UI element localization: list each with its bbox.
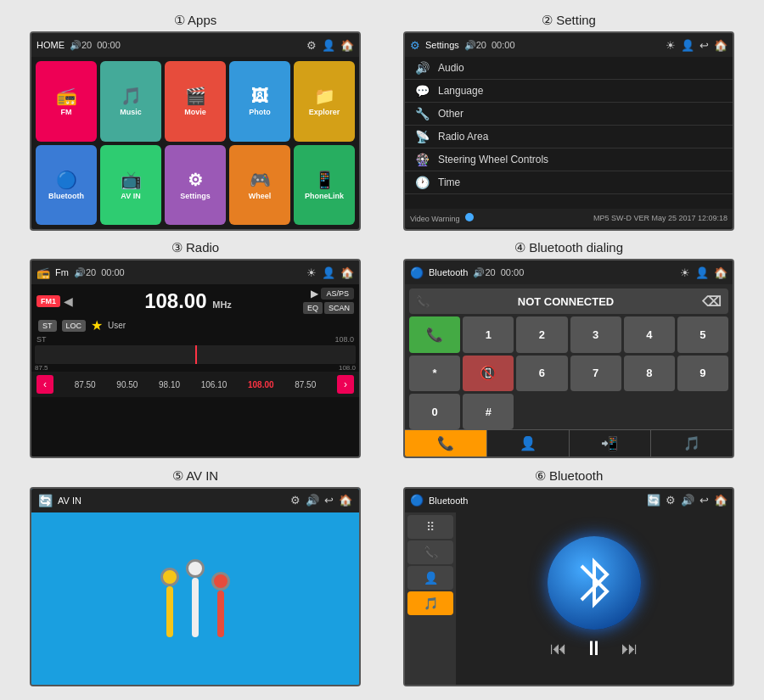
- app-phonelink[interactable]: 📱 PhoneLink: [294, 145, 355, 226]
- radio-st-loc-row: ST LOC ★ User: [31, 317, 359, 333]
- radio-preset-2[interactable]: 90.50: [116, 380, 138, 389]
- bt-display: 📞 NOT CONNECTED ⌫: [409, 288, 728, 314]
- bt-pause-btn[interactable]: ⏸: [584, 636, 604, 660]
- app-bluetooth[interactable]: 🔵 Bluetooth: [36, 145, 97, 226]
- other-icon: 🔧: [415, 107, 430, 120]
- bt-music-sidebar-music[interactable]: 🎵: [407, 591, 453, 615]
- avin-header: 🔄 AV IN ⚙ 🔊 ↩ 🏠: [31, 489, 359, 512]
- bt-key-2[interactable]: 2: [516, 316, 567, 352]
- app-wheel-label: Wheel: [249, 192, 272, 200]
- radio-loc-btn[interactable]: LOC: [62, 320, 87, 332]
- settings-item-steering[interactable]: 🎡 Steering Wheel Controls: [405, 148, 733, 171]
- radio-preset-4[interactable]: 106.10: [201, 380, 228, 389]
- app-explorer[interactable]: 📁 Explorer: [294, 61, 355, 142]
- radio-eq-btn[interactable]: EQ: [303, 302, 323, 314]
- bt-key-8[interactable]: 8: [624, 356, 675, 391]
- bt-key-star[interactable]: *: [409, 356, 460, 391]
- bt-call-btn[interactable]: 📞: [409, 316, 460, 352]
- rca-head-yellow: [160, 568, 179, 586]
- avin-header-label: AV IN: [58, 496, 81, 506]
- bt-delete-btn[interactable]: ⌫: [702, 294, 722, 310]
- explorer-icon: 📁: [314, 86, 335, 106]
- app-avin[interactable]: 📺 AV IN: [100, 145, 161, 226]
- radio-prev-preset-btn[interactable]: ‹: [37, 375, 53, 394]
- panel-bt-dial-title: ④ Bluetooth dialing: [514, 240, 623, 255]
- radio-preset-3[interactable]: 98.10: [159, 380, 180, 389]
- bt-music-sidebar-contact[interactable]: 👤: [407, 566, 453, 590]
- steering-icon: 🎡: [415, 153, 430, 166]
- radio-preset-1[interactable]: 87.50: [75, 380, 96, 389]
- settings-item-radio-area[interactable]: 📡 Radio Area: [405, 126, 733, 148]
- bt-key-3[interactable]: 3: [570, 316, 621, 352]
- app-movie[interactable]: 🎬 Movie: [165, 61, 226, 142]
- avin-back-icon: ↩: [324, 494, 334, 507]
- settings-other-label: Other: [438, 108, 463, 120]
- bt-music-controls: ⏮ ⏸ ⏭: [550, 636, 638, 660]
- radio-play-icon: ▶: [311, 288, 318, 300]
- radio-prev-btn[interactable]: ◀: [64, 294, 73, 308]
- bt-music-sidebar-call[interactable]: 📞: [407, 540, 453, 564]
- app-settings-label: Settings: [180, 192, 211, 200]
- bt-tab-music[interactable]: 🎵: [651, 430, 733, 456]
- settings-language-label: Language: [438, 85, 483, 97]
- settings-item-language[interactable]: 💬 Language: [405, 80, 733, 103]
- app-movie-label: Movie: [184, 108, 206, 116]
- settings-item-audio[interactable]: 🔊 Audio: [405, 57, 733, 80]
- radio-st-btn[interactable]: ST: [38, 320, 57, 332]
- bt-key-6[interactable]: 6: [516, 356, 567, 391]
- apps-header: HOME 🔊20 00:00 ⚙ 👤 🏠: [31, 33, 359, 57]
- radio-preset-5-active[interactable]: 108.00: [248, 380, 274, 389]
- bt-prev-btn[interactable]: ⏮: [550, 639, 567, 658]
- bt-dial-body: 📞 NOT CONNECTED ⌫ 📞 1 2 3 4 5 * 📵 6 7 8: [405, 284, 733, 456]
- radio-freq-unit: MHz: [212, 300, 232, 310]
- radio-scan-btn[interactable]: SCAN: [324, 302, 354, 314]
- settings-item-other[interactable]: 🔧 Other: [405, 103, 733, 126]
- panel-settings-title: ② Setting: [542, 13, 596, 28]
- radio-fm1-btn[interactable]: FM1: [37, 295, 60, 307]
- app-settings[interactable]: ⚙ Settings: [165, 145, 226, 226]
- rca-cable-yellow: [166, 586, 173, 637]
- bt-music-sidebar-grid[interactable]: ⠿: [407, 515, 453, 539]
- bt-dial-person-icon: 👤: [695, 266, 709, 279]
- bt-next-btn[interactable]: ⏭: [621, 639, 638, 658]
- settings-time-label: Time: [438, 176, 460, 188]
- radio-freq-display: 108.00 MHz: [76, 289, 300, 313]
- radio-user-label: User: [108, 321, 126, 330]
- radio-bar-area: [35, 345, 356, 364]
- settings-item-time[interactable]: 🕐 Time: [405, 171, 733, 194]
- radio-header-vol: 🔊20: [74, 267, 96, 278]
- bt-music-sidebar: ⠿ 📞 👤 🎵: [405, 512, 456, 685]
- bt-key-4[interactable]: 4: [624, 316, 675, 352]
- app-fm[interactable]: 📻 FM: [36, 61, 97, 142]
- panel-avin: ⑤ AV IN 🔄 AV IN ⚙ 🔊 ↩ 🏠: [8, 464, 382, 692]
- bt-key-7[interactable]: 7: [570, 356, 621, 391]
- screen-bt-music: 🔵 Bluetooth 🔄 ⚙ 🔊 ↩ 🏠 ⠿ 📞 👤 🎵: [403, 487, 734, 686]
- bt-tab-contacts[interactable]: 👤: [487, 430, 570, 456]
- app-photo[interactable]: 🖼 Photo: [229, 61, 290, 142]
- radio-eq-scan: EQ SCAN: [303, 302, 354, 314]
- bt-key-0[interactable]: 0: [409, 394, 460, 429]
- bt-key-9[interactable]: 9: [677, 356, 728, 391]
- screen-settings: ⚙ Settings 🔊20 00:00 ☀ 👤 ↩ 🏠 🔊 Audio 💬 L…: [403, 31, 734, 231]
- bt-key-5[interactable]: 5: [677, 316, 728, 352]
- radio-star-icon[interactable]: ★: [91, 317, 103, 333]
- radio-asps-btn[interactable]: AS/PS: [321, 288, 354, 300]
- music-icon: 🎵: [121, 86, 142, 106]
- radio-preset-6[interactable]: 87.50: [295, 380, 316, 389]
- radio-next-preset-btn[interactable]: ›: [337, 375, 354, 394]
- bt-dial-header: 🔵 Bluetooth 🔊20 00:00 ☀ 👤 🏠: [405, 260, 733, 284]
- radio-top: FM1 ◀ 108.00 MHz ▶ AS/PS EQ SCAN: [31, 284, 359, 317]
- bt-tab-recent[interactable]: 📲: [570, 430, 652, 456]
- bt-key-hash[interactable]: #: [463, 394, 514, 429]
- radio-header: 📻 Fm 🔊20 00:00 ☀ 👤 🏠: [31, 260, 359, 284]
- app-wheel[interactable]: 🎮 Wheel: [229, 145, 290, 226]
- movie-icon: 🎬: [185, 86, 206, 106]
- bt-endcall-btn[interactable]: 📵: [463, 356, 514, 391]
- rca-plug-white: [186, 559, 205, 637]
- settings-home-icon: 🏠: [714, 39, 727, 52]
- avin-body: [31, 512, 359, 685]
- app-music[interactable]: 🎵 Music: [100, 61, 161, 142]
- bt-key-1[interactable]: 1: [463, 316, 514, 352]
- rca-cable-white: [192, 578, 199, 637]
- bt-tab-call[interactable]: 📞: [405, 430, 487, 456]
